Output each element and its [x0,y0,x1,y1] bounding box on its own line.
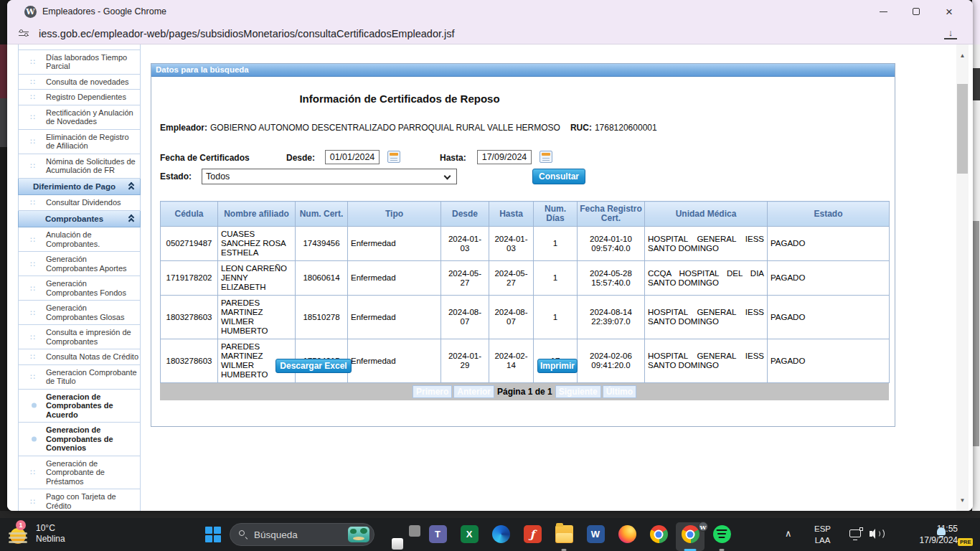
cell-cedula: 1803278603 [161,296,218,339]
background-right-edge [972,0,980,518]
desde-calendar-icon[interactable] [387,151,400,163]
pagination-primero-button[interactable]: Primero [413,385,452,398]
collapse-chevrons-icon [128,215,136,222]
sidebar-item-pago-con-tarjeta-de-credito[interactable]: ∷Pago con Tarjeta de Crédito [18,489,141,511]
bullet-icon [32,403,37,408]
empleador-line: Empleador:GOBIERNO AUTONOMO DESCENTRALIZ… [160,123,657,133]
cell-num-cert: 17439456 [296,227,348,261]
background-scrollbar-thumb [973,221,979,446]
browser-window: W Empleadores - Google Chrome × iess.gob… [7,0,973,511]
start-button[interactable] [205,527,221,542]
taskbar-app-word-icon[interactable]: W [580,525,611,550]
sidebar-item-consulta-notas-de-credito[interactable]: ∷Consulta Notas de Crédito [18,349,141,365]
cell-unidad-medica: HOSPITAL GENERAL IESS SANTO DOMINGO [645,296,768,339]
close-button[interactable]: × [933,1,966,22]
sidebar-item-label: Generación Comprobantes Aportes [46,255,127,273]
clock-widget[interactable]: 11:55 17/9/2024 [892,523,958,546]
cell-unidad-medica: HOSPITAL GENERAL IESS SANTO DOMINGO [645,339,768,383]
sidebar-item-generacion-de-comprobante-de-prestamos[interactable]: ∷Generación de Comprobante de Préstamos [18,456,141,490]
sidebar-item-generacion-de-comprobantes-de-acuerdo[interactable]: Generacion de Comprobantes de Acuerdo [18,390,141,423]
language-line2: LAA [814,534,831,546]
taskbar-app-file-explorer-icon[interactable] [548,525,580,550]
table-row: 0502719487CUASES SANCHEZ ROSA ESTHELA174… [161,227,890,261]
grid-icon: ∷ [30,198,36,207]
volume-icon[interactable] [870,527,884,540]
scroll-up-icon[interactable]: ▲ [956,50,969,62]
sidebar-item-consultar-dividendos[interactable]: ∷Consultar Dividendos [18,195,141,211]
scroll-down-icon[interactable]: ▼ [956,495,969,507]
sidebar-item-consulta-e-impresion-de-comprobantes[interactable]: ∷Consulta e impresión de Comprobantes [18,325,141,349]
hasta-calendar-icon[interactable] [540,151,552,163]
minimize-button[interactable] [867,1,900,22]
sidebar-item-dias-laborados-tiempo-parcial[interactable]: ∷Días laborados Tiempo Parcial [18,50,141,75]
sidebar-item-generacion-comprobantes-glosas[interactable]: ∷Generación Comprobantes Glosas [18,301,141,325]
scrollbar-thumb[interactable] [957,84,968,174]
sidebar-item-registro-dependientes[interactable]: ∷Registro Dependientes [18,90,141,105]
tray-expand-icon[interactable]: ∧ [785,528,792,539]
background-bottom-strip [0,511,980,518]
taskbar-app-task-view-icon[interactable] [390,525,422,550]
pagination-siguiente-button[interactable]: Siguiente [555,385,601,398]
cell-estado: PAGADO [768,261,890,296]
sidebar-item-generacion-comprobante-de-titulo[interactable]: ∷Generacion Comprobante de Titulo [18,365,141,390]
taskbar-app-excel-icon[interactable]: X [453,525,485,550]
grid-icon: ∷ [30,283,36,293]
taskbar-app-pdf-app-icon[interactable]: ƒ [517,525,548,550]
copilot-icon[interactable]: PRE [956,524,974,545]
consultar-button[interactable]: Consultar [532,169,585,184]
taskbar-app-teams-icon[interactable]: T [422,525,453,550]
clock-time: 11:55 [892,523,958,534]
section-label: Comprobantes [45,215,103,223]
address-bar[interactable]: iess.gob.ec/empleador-web/pages/subsidio… [7,23,973,44]
page-scrollbar[interactable]: ▲ ▼ [956,44,969,511]
sidebar-item-generacion-comprobantes-fondos[interactable]: ∷Generación Comprobantes Fondos [18,276,141,301]
ruc-label: RUC: [570,123,592,133]
maximize-button[interactable] [900,1,933,22]
sidebar-item-generacion-comprobantes-aportes[interactable]: ∷Generación Comprobantes Aportes [18,252,141,276]
sidebar-item-eliminacion-de-registro-de-afiliacion[interactable]: ∷Eliminación de Registro de Afiliación [18,130,141,154]
network-icon[interactable] [849,529,861,537]
collapse-chevrons-icon [128,183,136,190]
taskbar-app-edge-icon[interactable] [485,525,517,550]
sidebar-section-diferimiento-de-pago[interactable]: Diferimiento de Pago [18,179,141,196]
sidebar-item-label: Generación de Comprobante de Préstamos [46,459,105,486]
pagination-anterior-button[interactable]: Anterior [453,385,494,398]
grid-icon: ∷ [30,259,36,268]
cell-desde: 2024-05-27 [441,261,489,296]
cell-estado: PAGADO [768,296,890,339]
cell-cedula: 0502719487 [161,227,218,261]
site-info-icon[interactable] [19,29,30,39]
url-text[interactable]: iess.gob.ec/empleador-web/pages/subsidio… [39,28,455,39]
sidebar-section-comprobantes[interactable]: Comprobantes [18,211,141,228]
estado-label: Estado: [160,171,192,182]
hasta-input[interactable] [477,150,532,164]
background-window-edge [0,98,7,147]
taskbar-app-chrome-active-icon[interactable]: W [674,525,706,550]
sidebar-item-generacion-de-comprobantes-de-convenios[interactable]: Generacion de Comprobantes de Convenios [18,423,141,456]
pagination-ultimo-button[interactable]: Último [603,385,636,398]
sidebar-item-avisos-de-entrada[interactable]: ∷Avisos de Entrada [18,44,141,50]
search-highlight-image[interactable] [348,527,369,542]
download-icon[interactable]: ↓ [944,28,957,39]
sidebar-item-anulacion-de-comprobantes[interactable]: ∷Anulación de Comprobantes. [18,227,141,252]
sidebar-item-rectificacion-y-anulacion-de-novedades[interactable]: ∷Rectificación y Anulación de Novedades [18,105,141,130]
desde-input[interactable] [325,150,380,164]
cell-hasta: 2024-05-27 [489,261,534,296]
cell-num-cert: 18060614 [296,261,348,296]
taskbar-app-spotify-icon[interactable] [706,525,738,550]
estado-select[interactable]: Todos [202,169,457,184]
taskbar-search-input[interactable]: Búsqueda [230,523,374,546]
descargar-excel-button[interactable]: Descargar Excel [275,359,352,373]
minimize-icon [880,11,887,12]
imprimir-button[interactable]: Imprimir [537,359,578,373]
sidebar-item-label: Consultar Dividendos [46,198,121,207]
sidebar-item-nomina-de-solicitudes-de-acumulacion-de-[interactable]: ∷Nómina de Solicitudes de Acumulación de… [18,154,141,179]
background-right-dark-block [972,68,980,100]
taskbar-app-firefox-icon[interactable] [611,525,643,550]
weather-widget[interactable]: 1 10°C Neblina [7,522,65,545]
taskbar-app-chrome-icon[interactable] [643,525,674,550]
sidebar-item-consulta-de-novedades[interactable]: ∷Consulta de novedades [18,75,141,90]
notification-bell-icon[interactable] [936,527,947,538]
language-indicator[interactable]: ESP LAA [814,523,831,546]
window-title: Empleadores - Google Chrome [42,6,166,17]
